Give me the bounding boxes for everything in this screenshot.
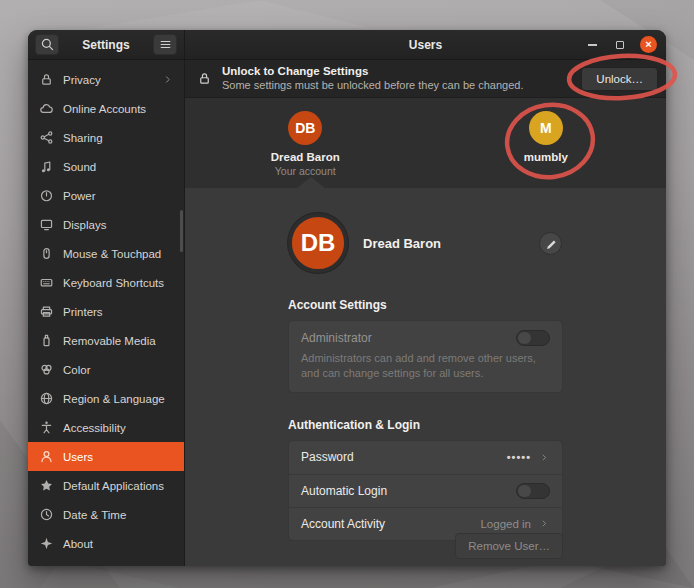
- password-value: •••••: [507, 451, 531, 463]
- user-detail: DB Dread Baron Account Settings Administ…: [185, 188, 666, 566]
- profile-avatar-initials: DB: [301, 229, 336, 257]
- chevron-right-icon: [539, 452, 550, 463]
- unlock-title: Unlock to Change Settings: [222, 64, 572, 79]
- main-titlebar[interactable]: Users ×: [185, 30, 666, 59]
- chevron-right-icon: [539, 518, 550, 529]
- lock-icon: [197, 71, 213, 87]
- sidebar-item-sharing[interactable]: Sharing: [28, 123, 184, 152]
- sidebar-item-about[interactable]: About: [28, 529, 184, 558]
- sidebar-item-label: Removable Media: [63, 335, 156, 347]
- carousel-user-dread-baron[interactable]: DB Dread Baron Your account: [185, 98, 426, 188]
- automatic-login-label: Automatic Login: [301, 484, 387, 498]
- sidebar-item-label: Power: [63, 190, 96, 202]
- sidebar-item-color[interactable]: Color: [28, 355, 184, 384]
- accessibility-icon: [38, 420, 54, 436]
- account-activity-value: Logged in: [480, 518, 531, 530]
- globe-icon: [38, 391, 54, 407]
- search-button[interactable]: [35, 34, 59, 55]
- sidebar-title: Settings: [65, 38, 147, 52]
- auth-login-box: Password ••••• Automatic Login: [288, 440, 563, 541]
- sidebar-scrollbar[interactable]: [180, 210, 183, 252]
- sidebar-item-online-accounts[interactable]: Online Accounts: [28, 94, 184, 123]
- sidebar-item-default-applications[interactable]: Default Applications: [28, 471, 184, 500]
- search-icon: [40, 37, 55, 52]
- selected-user-caret: [297, 177, 325, 188]
- avatar-initials: M: [540, 120, 552, 136]
- automatic-login-row: Automatic Login: [289, 474, 562, 507]
- sidebar-header: Settings: [28, 30, 185, 59]
- avatar-initials: DB: [295, 120, 315, 136]
- profile-avatar[interactable]: DB: [288, 213, 348, 273]
- toggle-knob: [518, 485, 531, 497]
- auth-login-heading: Authentication & Login: [288, 418, 563, 432]
- keyboard-icon: [38, 275, 54, 291]
- administrator-description: Administrators can add and remove other …: [301, 351, 539, 381]
- sidebar-item-keyboard-shortcuts[interactable]: Keyboard Shortcuts: [28, 268, 184, 297]
- clock-icon: [38, 507, 54, 523]
- cloud-icon: [38, 101, 54, 117]
- sidebar-item-label: Printers: [63, 306, 103, 318]
- close-button[interactable]: ×: [640, 36, 657, 53]
- unlock-text: Unlock to Change Settings Some settings …: [222, 64, 572, 93]
- sidebar-item-power[interactable]: Power: [28, 181, 184, 210]
- sidebar-item-sound[interactable]: Sound: [28, 152, 184, 181]
- carousel-user-mumbly[interactable]: M mumbly: [426, 98, 667, 188]
- unlock-button[interactable]: Unlock…: [581, 67, 658, 91]
- sidebar-item-accessibility[interactable]: Accessibility: [28, 413, 184, 442]
- menu-button[interactable]: [153, 34, 177, 55]
- password-row[interactable]: Password •••••: [289, 441, 562, 474]
- lock-icon: [38, 72, 54, 88]
- sidebar-item-label: Keyboard Shortcuts: [63, 277, 164, 289]
- display-icon: [38, 217, 54, 233]
- sidebar-item-label: Sharing: [63, 132, 103, 144]
- avatar-dread-baron: DB: [288, 111, 322, 145]
- printer-icon: [38, 304, 54, 320]
- sidebar-item-displays[interactable]: Displays: [28, 210, 184, 239]
- hamburger-menu-icon: [158, 37, 173, 52]
- sidebar-item-label: Users: [63, 451, 93, 463]
- administrator-toggle[interactable]: [516, 330, 550, 346]
- sidebar-item-removable-media[interactable]: Removable Media: [28, 326, 184, 355]
- account-settings-heading: Account Settings: [288, 298, 563, 312]
- administrator-label: Administrator: [301, 331, 372, 345]
- sidebar-item-mouse-touchpad[interactable]: Mouse & Touchpad: [28, 239, 184, 268]
- window-controls: ×: [584, 36, 666, 53]
- profile-row: DB Dread Baron: [288, 213, 563, 273]
- carousel-user-name: mumbly: [524, 151, 568, 163]
- chevron-right-icon: [162, 74, 174, 86]
- sidebar-item-privacy[interactable]: Privacy: [28, 65, 184, 94]
- sidebar-item-label: Date & Time: [63, 509, 126, 521]
- sidebar-item-date-time[interactable]: Date & Time: [28, 500, 184, 529]
- power-icon: [38, 188, 54, 204]
- unlock-bar: Unlock to Change Settings Some settings …: [185, 60, 666, 98]
- password-label: Password: [301, 450, 354, 464]
- user-icon: [38, 449, 54, 465]
- share-icon: [38, 130, 54, 146]
- music-note-icon: [38, 159, 54, 175]
- minimize-icon: [588, 44, 597, 46]
- remove-user-button[interactable]: Remove User…: [455, 533, 563, 559]
- edit-name-button[interactable]: [539, 232, 562, 255]
- sidebar-item-label: Mouse & Touchpad: [63, 248, 161, 260]
- maximize-icon: [616, 41, 624, 49]
- sparkle-icon: [38, 536, 54, 552]
- automatic-login-toggle[interactable]: [516, 483, 550, 499]
- desktop: { "window": { "sidebar_header": { "title…: [0, 0, 694, 588]
- close-icon: ×: [645, 39, 651, 50]
- sidebar-item-users[interactable]: Users: [28, 442, 184, 471]
- sidebar-list: PrivacyOnline AccountsSharingSoundPowerD…: [28, 65, 184, 558]
- mouse-icon: [38, 246, 54, 262]
- pencil-icon: [544, 237, 557, 250]
- avatar-mumbly: M: [529, 111, 563, 145]
- settings-window: Settings Users × PrivacyOnline AccountsS…: [28, 30, 666, 566]
- carousel-user-subtitle: Your account: [275, 165, 336, 177]
- titlebar: Settings Users ×: [28, 30, 666, 60]
- maximize-button[interactable]: [612, 37, 628, 53]
- sidebar-item-region-language[interactable]: Region & Language: [28, 384, 184, 413]
- account-activity-label: Account Activity: [301, 517, 385, 531]
- minimize-button[interactable]: [584, 37, 600, 53]
- sidebar-item-label: About: [63, 538, 93, 550]
- sidebar-item-label: Sound: [63, 161, 96, 173]
- sidebar-item-printers[interactable]: Printers: [28, 297, 184, 326]
- profile-name: Dread Baron: [363, 236, 441, 251]
